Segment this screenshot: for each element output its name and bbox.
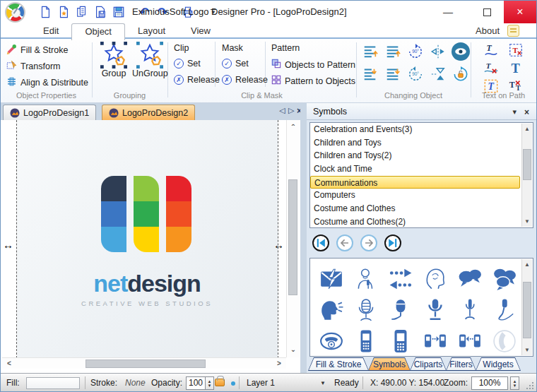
minimize-button[interactable]: —: [432, 1, 464, 23]
category-item[interactable]: Children and Toys: [310, 136, 533, 150]
close-button[interactable]: ×: [504, 1, 536, 23]
logo-mark[interactable]: [101, 176, 193, 252]
scroll-up-icon[interactable]: ⌃: [288, 122, 299, 132]
category-item[interactable]: Children and Toys(2): [310, 149, 533, 162]
symbol-cellphone[interactable]: [352, 328, 380, 355]
fill-color-swatch[interactable]: [26, 377, 80, 389]
horizontal-scroll-thumb[interactable]: [85, 360, 206, 368]
rotate-cw-90-button[interactable]: 90°: [406, 42, 425, 61]
copy-document-icon[interactable]: [74, 4, 90, 20]
remove-text-from-path-button[interactable]: T: [483, 60, 500, 77]
left-resize-handle[interactable]: ↔: [3, 240, 13, 250]
canvas[interactable]: ↔ ↔ netdesign CREATIVE WEB STUDIOS ⌃ ⌄ <…: [2, 120, 300, 369]
menu-tab-view[interactable]: View: [178, 23, 223, 39]
grid-scroll-thumb[interactable]: [523, 282, 531, 338]
symbol-phone-send[interactable]: [421, 328, 449, 355]
logo-subtitle[interactable]: CREATIVE WEB STUDIOS: [30, 299, 264, 307]
rotate-ccw-90-button[interactable]: 90°: [406, 65, 425, 83]
document-tab-logoprodesign2[interactable]: LogoProDesign2: [102, 105, 195, 120]
align-left-arrow-button[interactable]: [384, 65, 402, 83]
layer-select[interactable]: Layer 1: [247, 374, 275, 392]
symbol-cellphone-2[interactable]: [386, 328, 415, 355]
flip-horizontal-button[interactable]: [429, 42, 447, 61]
pattern-to-objects-button[interactable]: Pattern to Objects: [271, 75, 355, 87]
opacity-stepper[interactable]: ▲▼: [205, 376, 214, 390]
flip-vertical-button[interactable]: [429, 65, 447, 83]
prev-document-icon[interactable]: ◁: [279, 106, 285, 115]
panel-tab-filters[interactable]: Filters: [446, 357, 476, 371]
remove-text-frame-button[interactable]: T: [507, 42, 524, 59]
next-document-icon[interactable]: ▷: [288, 106, 294, 115]
symbol-head-sketch[interactable]: [421, 266, 449, 292]
save-all-icon[interactable]: [111, 4, 126, 20]
zoom-stepper[interactable]: ▲▼: [510, 376, 519, 390]
group-button[interactable]: Group: [96, 42, 131, 78]
unlock-rotate-button[interactable]: [452, 65, 470, 83]
symbol-hand-mic[interactable]: [490, 297, 519, 323]
scroll-down-icon[interactable]: ⌄: [288, 345, 299, 355]
symbol-rotary-phone[interactable]: [317, 328, 346, 355]
grid-scrollbar[interactable]: ▲ ▼: [521, 259, 532, 355]
panel-tab-widgets[interactable]: Widgets: [476, 357, 521, 371]
symbol-talking-head[interactable]: [317, 297, 346, 323]
insert-text-button[interactable]: T: [507, 60, 524, 77]
category-item[interactable]: Communications: [310, 176, 520, 189]
panel-close-icon[interactable]: ×: [524, 107, 529, 117]
symbol-desk-mic[interactable]: [456, 297, 484, 323]
stepper-down-icon[interactable]: ▼: [513, 384, 517, 388]
category-item[interactable]: Costume and Clothes(2): [310, 215, 533, 228]
panel-tab-cliparts[interactable]: Cliparts: [410, 357, 447, 371]
previous-page-button[interactable]: [336, 234, 353, 251]
symbol-phone-receive[interactable]: [456, 328, 484, 355]
symbol-chat-three[interactable]: [490, 266, 519, 292]
panel-tab-fill-stroke[interactable]: Fill & Stroke: [308, 357, 369, 371]
scroll-right-icon[interactable]: >: [273, 359, 285, 369]
document-tab-logoprodesign1[interactable]: LogoProDesign1: [3, 105, 96, 120]
scroll-down-icon[interactable]: ▼: [521, 345, 533, 355]
logo-wordmark[interactable]: netdesign: [30, 270, 264, 297]
canvas-horizontal-scrollbar[interactable]: < >: [2, 357, 286, 369]
category-item[interactable]: Costume and Clothes: [310, 202, 533, 215]
panel-splitter[interactable]: [300, 103, 307, 373]
text-on-path-button[interactable]: T>: [483, 42, 500, 59]
lock-icon[interactable]: [215, 379, 225, 386]
visibility-eye-button[interactable]: [452, 42, 470, 61]
symbol-studio-mic[interactable]: [386, 297, 415, 323]
next-page-button[interactable]: [360, 234, 377, 251]
right-resize-handle[interactable]: ↔: [273, 240, 284, 250]
maximize-button[interactable]: [471, 1, 503, 23]
align-distribute-button[interactable]: Align & Distribute: [6, 76, 88, 89]
category-item[interactable]: Computers: [310, 189, 533, 202]
help-icon[interactable]: [507, 25, 519, 37]
resize-grip[interactable]: [526, 381, 535, 391]
panel-collapse-icon[interactable]: ▾: [512, 107, 517, 117]
ungroup-button[interactable]: UnGroup: [132, 42, 167, 78]
clip-set-button[interactable]: ✓ Set: [174, 59, 201, 69]
opacity-input[interactable]: 100: [186, 376, 206, 390]
vertical-scroll-thumb[interactable]: [288, 179, 297, 295]
align-top-arrow-button[interactable]: [361, 42, 379, 61]
menu-tab-object[interactable]: Object: [71, 23, 125, 40]
last-page-button[interactable]: [384, 234, 401, 251]
scroll-up-icon[interactable]: ▲: [521, 260, 533, 270]
symbol-interview-person[interactable]: [352, 266, 380, 292]
first-page-button[interactable]: [312, 234, 329, 251]
scroll-left-icon[interactable]: <: [4, 359, 15, 369]
symbol-mail-flash[interactable]: [317, 266, 346, 292]
symbol-chat-two[interactable]: [456, 266, 484, 292]
clip-release-button[interactable]: ✗ Release: [174, 75, 220, 85]
mask-set-button[interactable]: ✓ Set: [222, 59, 249, 69]
about-menu[interactable]: About: [476, 23, 500, 39]
panel-tab-symbols[interactable]: Symbols: [368, 357, 411, 371]
menu-tab-layout[interactable]: Layout: [125, 23, 178, 39]
save-document-icon[interactable]: [93, 4, 108, 20]
new-document-icon[interactable]: [37, 4, 53, 20]
category-item[interactable]: Celebration and Events(3): [310, 123, 533, 136]
align-justify-arrow-button[interactable]: [384, 42, 402, 61]
mask-release-button[interactable]: ✗ Release: [222, 75, 268, 85]
transform-button[interactable]: Transform: [6, 60, 61, 73]
new-from-template-icon[interactable]: [56, 4, 71, 20]
symbol-vintage-mic[interactable]: [352, 297, 380, 323]
fill-stroke-button[interactable]: Fill & Stroke: [6, 44, 68, 57]
menu-tab-edit[interactable]: Edit: [30, 23, 71, 39]
